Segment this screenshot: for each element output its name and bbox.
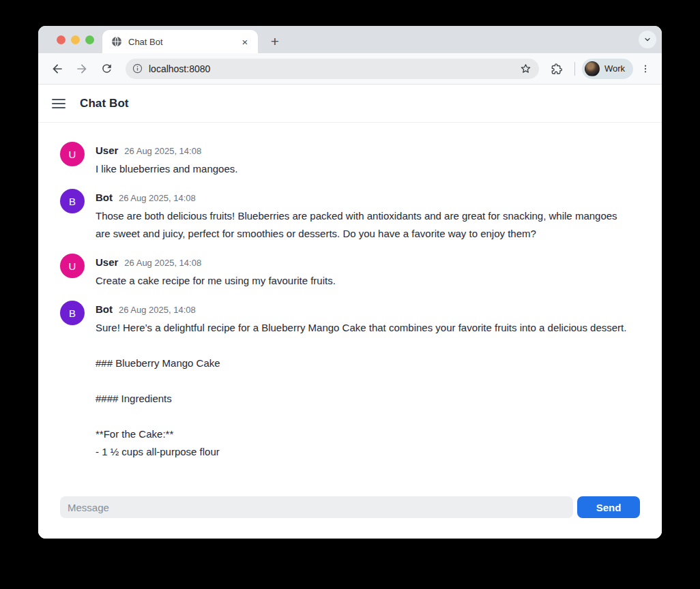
app-title: Chat Bot xyxy=(80,97,129,110)
close-window-button[interactable] xyxy=(57,35,65,44)
menu-dots-icon xyxy=(640,63,651,74)
avatar: U xyxy=(60,142,85,166)
message-timestamp: 26 Aug 2025, 14:08 xyxy=(124,142,201,160)
chat-message: U User 26 Aug 2025, 14:08 Create a cake … xyxy=(60,254,633,290)
message-list: U User 26 Aug 2025, 14:08 I like blueber… xyxy=(38,123,662,496)
tab-search-button[interactable] xyxy=(639,31,656,48)
browser-toolbar: localhost:8080 Work xyxy=(38,53,662,85)
message-timestamp: 26 Aug 2025, 14:08 xyxy=(119,301,196,319)
back-button[interactable] xyxy=(46,58,68,80)
page-content: Chat Bot U User 26 Aug 2025, 14:08 I lik… xyxy=(38,85,662,539)
message-author: User xyxy=(96,142,118,160)
message-author: Bot xyxy=(96,189,113,207)
message-input[interactable] xyxy=(60,496,573,518)
profile-button[interactable]: Work xyxy=(582,59,633,79)
minimize-window-button[interactable] xyxy=(71,35,80,44)
avatar: B xyxy=(60,189,85,213)
message-author: User xyxy=(96,254,118,271)
reload-button[interactable] xyxy=(96,58,117,80)
chevron-down-icon xyxy=(643,35,652,44)
forward-arrow-icon xyxy=(75,62,89,76)
browser-window: Chat Bot × + xyxy=(38,26,662,539)
bookmark-star-icon[interactable] xyxy=(519,62,532,75)
traffic-lights xyxy=(57,35,94,44)
site-info-icon[interactable] xyxy=(132,63,143,74)
extensions-puzzle-icon xyxy=(550,62,564,76)
message-timestamp: 26 Aug 2025, 14:08 xyxy=(124,254,201,272)
profile-name: Work xyxy=(604,63,625,74)
message-text: Sure! Here’s a delightful recipe for a B… xyxy=(96,319,633,461)
url-text[interactable]: localhost:8080 xyxy=(149,63,514,74)
browser-menu-button[interactable] xyxy=(636,58,655,80)
extensions-button[interactable] xyxy=(546,58,568,80)
toolbar-divider xyxy=(574,62,575,76)
message-text: Those are both delicious fruits! Blueber… xyxy=(96,207,633,243)
send-button[interactable]: Send xyxy=(577,496,640,518)
globe-favicon-icon xyxy=(111,36,122,47)
app-header: Chat Bot xyxy=(38,85,662,123)
composer-bar: Send xyxy=(38,496,662,539)
tab-title: Chat Bot xyxy=(128,37,233,47)
message-author: Bot xyxy=(96,301,113,318)
avatar: U xyxy=(60,254,85,278)
maximize-window-button[interactable] xyxy=(85,35,94,44)
address-bar[interactable]: localhost:8080 xyxy=(126,59,539,79)
reload-icon xyxy=(100,62,113,75)
tab-strip: Chat Bot × + xyxy=(38,26,662,53)
hamburger-menu-icon[interactable] xyxy=(52,99,65,108)
new-tab-button[interactable]: + xyxy=(266,33,284,50)
chat-message: B Bot 26 Aug 2025, 14:08 Those are both … xyxy=(60,189,633,243)
avatar: B xyxy=(60,301,85,325)
message-timestamp: 26 Aug 2025, 14:08 xyxy=(119,190,196,207)
message-text: Create a cake recipe for me using my fav… xyxy=(96,272,633,290)
browser-tab[interactable]: Chat Bot × xyxy=(102,30,258,53)
chat-message: B Bot 26 Aug 2025, 14:08 Sure! Here’s a … xyxy=(60,301,633,461)
forward-button[interactable] xyxy=(71,58,93,80)
back-arrow-icon xyxy=(50,62,64,76)
close-tab-icon[interactable]: × xyxy=(239,35,251,48)
message-text: I like blueberries and mangoes. xyxy=(96,160,633,178)
profile-avatar xyxy=(585,61,600,76)
chat-message: U User 26 Aug 2025, 14:08 I like blueber… xyxy=(60,142,633,178)
